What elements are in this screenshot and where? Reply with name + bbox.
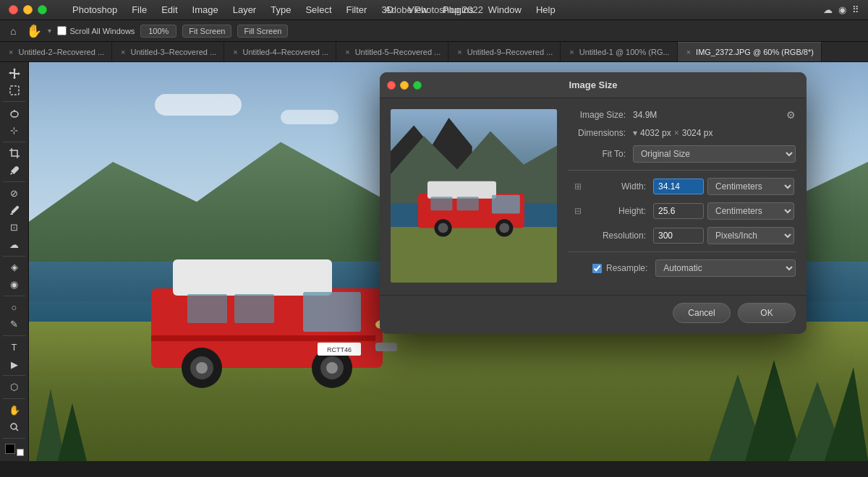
height-input[interactable] xyxy=(653,203,704,219)
tab-0[interactable]: × Untitled-2–Recovered ... xyxy=(0,42,112,61)
resolution-input[interactable] xyxy=(653,228,704,244)
svg-point-10 xyxy=(196,362,208,374)
window-controls[interactable] xyxy=(9,5,47,14)
dimensions-height: 3024 px xyxy=(682,128,713,138)
toolbar: ⊹ ⊘ ⊡ ☁ ◈ ◉ ○ ✎ T ▶ ⬡ ✋ xyxy=(0,62,29,461)
ok-button[interactable]: OK xyxy=(738,303,796,323)
menu-photoshop[interactable]: Photoshop xyxy=(65,4,124,15)
image-size-label: Image Size: xyxy=(568,110,633,120)
minimize-button[interactable] xyxy=(23,5,33,14)
tool-divider-6 xyxy=(3,335,25,336)
tool-divider-4 xyxy=(3,256,25,257)
trees-left xyxy=(29,353,87,461)
tab-4[interactable]: × Untitled-9–Recovered ... xyxy=(448,42,561,61)
tab-close-5[interactable]: × xyxy=(568,48,575,56)
tab-1[interactable]: × Untitled-3–Recovered ... xyxy=(112,42,224,61)
tool-eraser[interactable]: ◈ xyxy=(3,259,26,275)
tool-shape[interactable]: ⬡ xyxy=(3,379,26,395)
menu-plugins[interactable]: Plugins xyxy=(435,4,481,15)
maximize-button[interactable] xyxy=(38,5,47,14)
tool-stamp[interactable]: ⊡ xyxy=(3,219,26,236)
close-button[interactable] xyxy=(9,5,18,14)
tool-crop[interactable] xyxy=(3,145,26,162)
height-label: Height: xyxy=(588,206,653,216)
svg-point-33 xyxy=(500,223,510,233)
resample-label: Resample: xyxy=(606,263,651,273)
tool-divider-8 xyxy=(3,398,25,399)
height-unit-select[interactable]: Centimeters xyxy=(707,202,794,220)
fill-screen-button[interactable]: Fill Screen xyxy=(237,25,288,38)
menu-filter[interactable]: Filter xyxy=(339,4,375,15)
tool-text[interactable]: T xyxy=(3,339,26,356)
tool-pen[interactable]: ✎ xyxy=(3,316,26,332)
width-label: Width: xyxy=(588,181,653,192)
tool-history[interactable]: ☁ xyxy=(3,236,26,253)
resample-checkbox[interactable] xyxy=(592,264,602,273)
tab-close-1[interactable]: × xyxy=(119,48,127,56)
tab-2[interactable]: × Untitled-4–Recovered ... xyxy=(224,42,336,61)
cancel-button[interactable]: Cancel xyxy=(673,303,731,323)
menu-extras: ⠿ xyxy=(852,4,859,15)
menu-type[interactable]: Type xyxy=(263,4,298,15)
hand-tool-options[interactable]: ✋ xyxy=(26,23,42,39)
tab-close-2[interactable]: × xyxy=(231,48,239,56)
tool-divider-9 xyxy=(3,438,25,439)
width-input[interactable]: 34.14 xyxy=(653,179,704,194)
dialog-close-button[interactable] xyxy=(387,81,396,90)
fit-to-select[interactable]: Original Size xyxy=(633,145,796,163)
menu-image[interactable]: Image xyxy=(185,4,226,15)
menu-window[interactable]: Window xyxy=(481,4,529,15)
tab-3[interactable]: × Untitled-5–Recovered ... xyxy=(336,42,448,61)
menu-view[interactable]: View xyxy=(401,4,435,15)
width-unit-select[interactable]: Centimeters xyxy=(707,178,794,195)
tabs-bar: × Untitled-2–Recovered ... × Untitled-3–… xyxy=(0,42,868,62)
dialog-traffic-lights[interactable] xyxy=(387,81,422,90)
home-icon[interactable]: ⌂ xyxy=(6,24,20,38)
svg-rect-28 xyxy=(431,197,453,210)
menu-edit[interactable]: Edit xyxy=(154,4,184,15)
tool-gradient[interactable]: ◉ xyxy=(3,276,26,293)
zoom-level[interactable]: 100% xyxy=(140,25,176,38)
svg-rect-15 xyxy=(375,343,397,351)
menu-3d[interactable]: 3D xyxy=(374,4,401,15)
foreground-color[interactable] xyxy=(3,442,26,458)
menu-select[interactable]: Select xyxy=(298,4,339,15)
height-row: ⊟ Height: Centimeters xyxy=(568,202,796,220)
link-icon: ⊞ xyxy=(568,181,588,192)
tool-dodge[interactable]: ○ xyxy=(3,299,26,316)
svg-rect-26 xyxy=(427,181,496,199)
tool-zoom[interactable] xyxy=(3,419,26,436)
tab-close-3[interactable]: × xyxy=(344,48,351,56)
dialog-maximize-button[interactable] xyxy=(413,81,422,90)
menu-layer[interactable]: Layer xyxy=(226,4,264,15)
tab-5[interactable]: × Untitled-1 @ 100% (RG... xyxy=(561,42,677,61)
fit-screen-button[interactable]: Fit Screen xyxy=(182,25,231,38)
gear-icon[interactable]: ⚙ xyxy=(786,109,796,121)
tab-close-0[interactable]: × xyxy=(7,48,14,56)
options-bar: ⌂ ✋ ▾ Scroll All Windows 100% Fit Screen… xyxy=(0,20,868,42)
tool-hand[interactable]: ✋ xyxy=(3,402,26,418)
tool-eyedropper[interactable] xyxy=(3,162,26,179)
tab-close-4[interactable]: × xyxy=(456,48,463,56)
tool-brush[interactable] xyxy=(3,202,26,219)
tool-path-select[interactable]: ▶ xyxy=(3,356,26,373)
dialog-minimize-button[interactable] xyxy=(400,81,409,90)
menu-help[interactable]: Help xyxy=(529,4,563,15)
svg-rect-5 xyxy=(303,292,361,332)
tab-6[interactable]: × IMG_2372.JPG @ 60% (RGB/8*) xyxy=(678,42,822,61)
dimensions-dropdown-icon[interactable]: ▾ xyxy=(633,128,637,138)
menu-file[interactable]: File xyxy=(124,4,154,15)
scroll-all-checkbox[interactable]: Scroll All Windows xyxy=(57,26,135,35)
resample-select[interactable]: Automatic xyxy=(655,259,796,277)
tab-close-6[interactable]: × xyxy=(685,48,692,56)
tool-select-rect[interactable] xyxy=(3,82,26,99)
svg-point-1 xyxy=(11,111,18,117)
svg-rect-6 xyxy=(187,294,227,323)
preview-van xyxy=(404,175,545,237)
resolution-unit-select[interactable]: Pixels/Inch xyxy=(707,227,794,244)
tool-magic-wand[interactable]: ⊹ xyxy=(3,122,26,139)
tool-move[interactable] xyxy=(3,65,26,82)
tool-divider-5 xyxy=(3,296,25,296)
tool-lasso[interactable] xyxy=(3,105,26,121)
tool-heal[interactable]: ⊘ xyxy=(3,185,26,202)
